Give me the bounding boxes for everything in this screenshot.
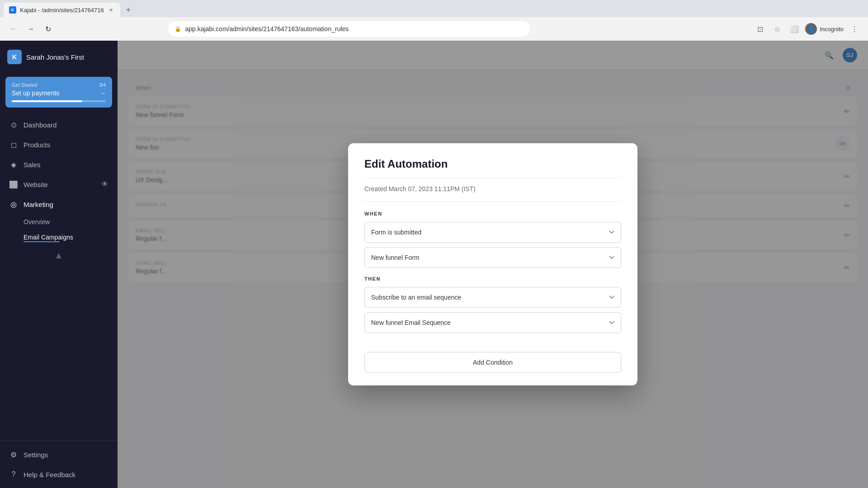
get-started-banner[interactable]: Get Started 3/4 Set up payments → <box>5 77 112 108</box>
sales-icon: ◈ <box>9 160 18 169</box>
sidebar-item-settings[interactable]: ⚙ Settings <box>0 445 118 465</box>
forward-button[interactable]: → <box>24 23 37 35</box>
website-icon: ⬜ <box>9 180 18 189</box>
incognito-icon: 👤 <box>805 23 817 35</box>
when-select[interactable]: Form is submitted <box>364 222 621 243</box>
help-icon: ? <box>9 470 18 479</box>
sidebar-nav: ⊙ Dashboard ◻ Products ◈ Sales ⬜ Website… <box>0 111 118 441</box>
sidebar-sub-email-campaigns[interactable]: Email Campaigns <box>0 230 118 245</box>
sidebar-header: K Sarah Jonas's First <box>0 41 118 73</box>
then-action-select[interactable]: Subscribe to an email sequence <box>364 287 621 308</box>
add-condition-button[interactable]: Add Condition <box>364 352 621 373</box>
cast-button[interactable]: ⊡ <box>754 23 766 35</box>
sidebar-brand-name: Sarah Jonas's First <box>26 53 84 61</box>
tab-title: Kajabi - /admin/sites/214764716 <box>20 7 104 14</box>
sidebar-logo: K <box>7 50 22 64</box>
email-sequence-select[interactable]: New funnel Email Sequence <box>364 312 621 333</box>
eye-icon: 👁 <box>101 180 108 188</box>
extensions-button[interactable]: ⬜ <box>788 23 801 35</box>
tab-close-button[interactable]: ✕ <box>108 6 115 14</box>
reload-button[interactable]: ↻ <box>42 23 54 35</box>
lock-icon: 🔒 <box>175 26 181 32</box>
modal-title: Edit Automation <box>364 158 621 170</box>
url-text: app.kajabi.com/admin/sites/2147647163/au… <box>185 25 349 33</box>
sidebar-item-website[interactable]: ⬜ Website 👁 <box>0 174 118 194</box>
marketing-icon: ◎ <box>9 200 18 209</box>
sidebar-item-label: Marketing <box>24 201 53 208</box>
address-bar[interactable]: 🔒 app.kajabi.com/admin/sites/2147647163/… <box>168 21 530 37</box>
sidebar-item-label: Website <box>24 181 48 188</box>
products-icon: ◻ <box>9 140 18 149</box>
get-started-progress-fill <box>12 100 82 102</box>
sidebar-item-label: Products <box>24 141 50 149</box>
get-started-label: Get Started 3/4 <box>12 82 106 88</box>
sidebar-sub-overview[interactable]: Overview <box>0 214 118 230</box>
back-button[interactable]: ← <box>7 23 20 35</box>
active-tab[interactable]: K Kajabi - /admin/sites/214764716 ✕ <box>4 3 120 17</box>
modal-footer: Add Condition <box>348 352 637 385</box>
modal-created-date: Created March 07, 2023 11:11PM (IST) <box>364 185 621 192</box>
sidebar-item-help[interactable]: ? Help & Feedback <box>0 465 118 484</box>
sidebar-item-products[interactable]: ◻ Products <box>0 135 118 155</box>
form-select[interactable]: New funnel Form <box>364 247 621 268</box>
modal-divider-1 <box>364 178 621 178</box>
edit-automation-modal: Edit Automation Created March 07, 2023 1… <box>348 143 637 385</box>
sidebar-item-sales[interactable]: ◈ Sales <box>0 155 118 174</box>
get-started-action: Set up payments → <box>12 89 106 97</box>
bookmark-button[interactable]: ☆ <box>771 23 783 35</box>
incognito-label: Incognito <box>820 26 844 33</box>
then-section-label: THEN <box>364 276 621 282</box>
new-tab-button[interactable]: + <box>122 4 135 16</box>
sidebar: K Sarah Jonas's First Get Started 3/4 Se… <box>0 41 118 488</box>
sidebar-item-dashboard[interactable]: ⊙ Dashboard <box>0 115 118 135</box>
sidebar-item-label: Dashboard <box>24 121 57 129</box>
tab-favicon: K <box>9 6 16 14</box>
app-container: K Sarah Jonas's First Get Started 3/4 Se… <box>0 41 868 488</box>
menu-button[interactable]: ⋮ <box>848 23 861 35</box>
main-content: 🔍 SJ When If Form is submitted New funne… <box>118 41 868 488</box>
settings-icon: ⚙ <box>9 450 18 459</box>
collapse-icon[interactable]: ▲ <box>54 250 63 261</box>
when-section-label: WHEN <box>364 211 621 216</box>
sidebar-item-label: Sales <box>24 161 41 169</box>
browser-chrome: K Kajabi - /admin/sites/214764716 ✕ + ← … <box>0 0 868 41</box>
dashboard-icon: ⊙ <box>9 120 18 129</box>
sidebar-item-label: Help & Feedback <box>24 471 75 479</box>
sidebar-item-marketing[interactable]: ◎ Marketing <box>0 194 118 214</box>
modal-divider-2 <box>364 202 621 202</box>
sub-item-label: Email Campaigns <box>24 234 73 241</box>
sub-item-label: Overview <box>24 218 50 225</box>
sidebar-item-label: Settings <box>24 451 48 459</box>
get-started-progress-bar-bg <box>12 100 106 102</box>
incognito-button[interactable]: 👤 Incognito <box>805 23 844 35</box>
